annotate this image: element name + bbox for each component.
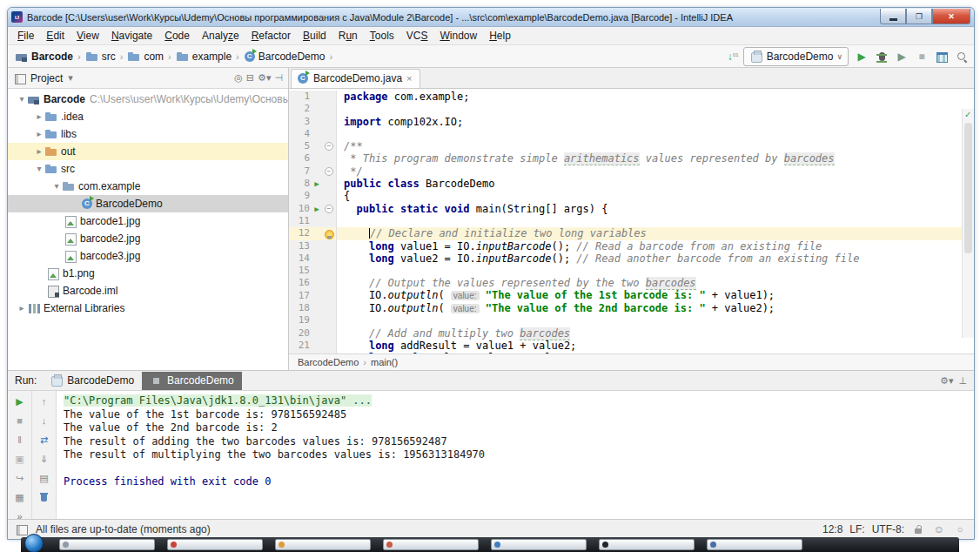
line-number[interactable]: 15 — [289, 265, 312, 277]
stop-icon[interactable]: ■ — [13, 414, 27, 427]
encoding-widget[interactable]: UTF-8: — [872, 523, 904, 535]
line-number[interactable]: 10 — [289, 203, 312, 215]
run-line-icon[interactable]: ▶ — [312, 178, 322, 190]
chevron-right-icon[interactable]: ▸ — [34, 110, 44, 124]
editor-scrollbar[interactable]: ✓ — [962, 109, 974, 338]
breadcrumb-item-com[interactable]: com — [125, 49, 165, 64]
menu-window[interactable]: Window — [433, 28, 483, 44]
project-toolwindow-icon[interactable] — [13, 71, 27, 85]
line-number[interactable]: 8 — [289, 178, 312, 190]
collapse-all-icon[interactable]: ⊟ — [246, 72, 254, 84]
code-line-2[interactable]: 2 — [289, 103, 974, 115]
run-configuration-select[interactable]: BarcodeDemo ∨ — [743, 47, 849, 66]
run-button[interactable]: ▶ — [855, 50, 869, 64]
fold-icon[interactable]: − — [325, 167, 333, 176]
chevron-down-icon[interactable]: ▾ — [51, 179, 62, 193]
tree-item-com-example[interactable]: ▾com.example — [8, 178, 288, 195]
fold-icon[interactable]: − — [325, 142, 333, 151]
menu-run[interactable]: Run — [332, 28, 364, 44]
taskbar-app-button[interactable] — [491, 539, 587, 550]
line-number[interactable]: 21 — [289, 340, 312, 352]
code-line-20[interactable]: 20 // Add and multiply two barcodes — [289, 327, 974, 340]
clear-icon[interactable] — [37, 490, 51, 504]
menu-help[interactable]: Help — [483, 28, 517, 44]
code-line-5[interactable]: 5−/** — [289, 140, 974, 152]
tree-item-barcode[interactable]: ▾BarcodeC:\Users\user\Work\Курсы\Udemy\О… — [8, 91, 288, 108]
start-button[interactable] — [24, 534, 44, 552]
code-line-16[interactable]: 16 // Output the values represented by t… — [289, 277, 974, 289]
restore-layout-icon[interactable]: ▦ — [13, 490, 27, 504]
chevron-down-icon[interactable]: ▾ — [17, 92, 27, 106]
screenshot-icon[interactable]: ▣ — [13, 452, 27, 466]
tab-barcodedemo-java[interactable]: BarcodeDemo.java × — [291, 69, 420, 88]
print-icon[interactable]: ▤ — [37, 471, 51, 485]
code-line-14[interactable]: 14 long value2 = IO.inputBarcode(); // R… — [289, 252, 974, 265]
line-number[interactable]: 14 — [289, 252, 312, 265]
tree-item-src[interactable]: ▾src — [8, 160, 288, 178]
tree-item-libs[interactable]: ▸libs — [8, 125, 288, 143]
tree-item-barcode-iml[interactable]: Barcode.iml — [8, 282, 288, 300]
code-line-6[interactable]: 6 * This program demonstrate simple arit… — [289, 152, 974, 165]
console-output[interactable]: "C:\Program Files\Java\jdk1.8.0_131\bin\… — [57, 391, 974, 519]
code-line-22[interactable]: 22 long mulResult = value1 * value2; — [289, 352, 974, 353]
close-button[interactable]: ✕ — [932, 9, 970, 24]
menu-view[interactable]: View — [70, 28, 105, 44]
tree-item-barcode1-jpg[interactable]: barcode1.jpg — [8, 212, 288, 230]
menu-refactor[interactable]: Refactor — [245, 28, 297, 44]
chevron-down-icon[interactable]: ▾ — [68, 72, 73, 84]
code-line-18[interactable]: 18 IO.outputln( value: "The value of the… — [289, 302, 974, 314]
breadcrumb-item-barcodedemo[interactable]: BarcodeDemo — [242, 49, 327, 64]
windows-taskbar[interactable] — [21, 537, 959, 552]
chevron-right-icon[interactable]: ▸ — [17, 301, 27, 315]
tree-item--idea[interactable]: ▸.idea — [8, 108, 288, 125]
code-editor[interactable]: 1package com.example;23import comp102x.I… — [289, 89, 974, 353]
debug-button[interactable] — [875, 50, 889, 64]
chevron-right-icon[interactable]: ▸ — [34, 127, 44, 141]
close-tab-icon[interactable]: × — [406, 73, 412, 84]
menu-file[interactable]: File — [11, 28, 40, 44]
breadcrumb-item-src[interactable]: src — [84, 49, 117, 64]
inspections-profile-icon[interactable]: ☺ — [932, 522, 946, 536]
line-number[interactable]: 20 — [289, 327, 312, 340]
code-line-13[interactable]: 13 long value1 = IO.inputBarcode(); // R… — [289, 240, 974, 252]
code-line-15[interactable]: 15 — [289, 265, 974, 277]
line-number[interactable]: 13 — [289, 240, 312, 252]
code-line-19[interactable]: 19 — [289, 314, 974, 326]
menu-edit[interactable]: Edit — [40, 28, 70, 44]
project-panel-title[interactable]: Project — [30, 72, 63, 84]
menu-analyze[interactable]: Analyze — [196, 28, 245, 44]
code-line-11[interactable]: 11 — [289, 215, 974, 227]
down-icon[interactable]: ↓ — [37, 414, 51, 427]
line-separator-widget[interactable]: LF: — [849, 523, 864, 535]
line-number[interactable]: 6 — [289, 152, 312, 165]
tree-item-barcode2-jpg[interactable]: barcode2.jpg — [8, 230, 288, 247]
title-bar[interactable]: IJ Barcode [C:\Users\user\Work\Курсы\Ude… — [8, 8, 974, 27]
taskbar-app-button[interactable] — [275, 539, 371, 550]
maximize-button[interactable]: ❐ — [906, 9, 932, 24]
menu-code[interactable]: Code — [158, 28, 196, 44]
update-binary-icon[interactable]: ↓ — [723, 50, 737, 64]
inspection-ok-icon[interactable]: ✓ — [964, 110, 971, 119]
line-number[interactable]: 9 — [289, 190, 312, 202]
breadcrumb-item-barcode[interactable]: Barcode — [13, 49, 75, 64]
code-line-10[interactable]: 10▶− public static void main(String[] ar… — [289, 203, 974, 215]
minimize-button[interactable] — [880, 9, 906, 24]
editor-breadcrumb-item[interactable]: main() — [371, 357, 398, 367]
line-number[interactable]: 18 — [289, 302, 312, 314]
line-number[interactable]: 19 — [289, 314, 312, 326]
caret-position-widget[interactable]: 12:8 — [822, 523, 842, 535]
exit-icon[interactable]: ↪ — [13, 471, 27, 485]
chevron-right-icon[interactable]: ▸ — [34, 145, 44, 158]
line-number[interactable]: 17 — [289, 290, 312, 302]
run-line-icon[interactable]: ▶ — [312, 203, 322, 215]
code-area[interactable]: 1package com.example;23import comp102x.I… — [289, 89, 974, 353]
coverage-button[interactable]: ▶ — [895, 50, 909, 64]
line-number[interactable]: 3 — [289, 116, 312, 128]
scrollbar-thumb[interactable] — [964, 123, 972, 253]
toolwindow-toggle-icon[interactable] — [15, 522, 29, 536]
run-tab-barcodedemo[interactable]: BarcodeDemo — [142, 372, 242, 390]
tree-item-b1-png[interactable]: b1.png — [8, 265, 288, 282]
run-tab-barcodedemo[interactable]: BarcodeDemo — [42, 372, 142, 390]
code-line-3[interactable]: 3import comp102x.IO; — [289, 116, 974, 128]
intention-bulb-icon[interactable] — [322, 228, 334, 239]
